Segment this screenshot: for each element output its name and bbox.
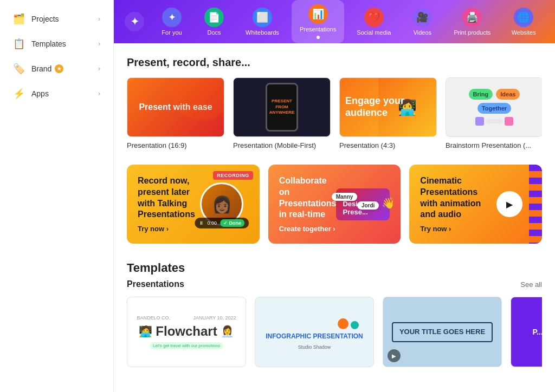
nav-item-websites[interactable]: 🌐 Websites xyxy=(503,3,544,40)
nav-item-foryou[interactable]: ✦ For you xyxy=(153,3,191,40)
projects-icon: 🗂️ xyxy=(13,13,25,25)
brand-icon: 🏷️ xyxy=(13,63,25,75)
template-thumbs-row: BANDELO CO. JANUARY 10, 2022 🧑‍💻 Flowcha… xyxy=(127,297,542,367)
sidebar-item-label: Apps xyxy=(31,89,49,98)
template-card-169[interactable]: Present with ease Presentation (16:9) xyxy=(127,77,224,149)
present-section-title: Present, record, share... xyxy=(127,56,542,69)
timer-display: 0:00 xyxy=(207,220,217,226)
promo-cinematic-link[interactable]: Try now › xyxy=(420,225,488,233)
nav-label-presentations: Presentations xyxy=(300,26,336,32)
bubble-ideas: Ideas xyxy=(496,89,520,100)
foryou-icon: ✦ xyxy=(162,8,182,27)
film-strip xyxy=(529,165,542,244)
template-thumb-your-title[interactable]: YOUR TITLE GOES HERE ▶ xyxy=(383,297,502,367)
presentations-icon: 📊 xyxy=(308,4,328,24)
top-navigation: ✦ ✦ For you 📄 Docs ⬜ Whiteboards 📊 Prese… xyxy=(114,0,555,43)
flowchart-person-icon: 🧑‍💻 xyxy=(139,325,152,338)
card-43-label: Presentation (4:3) xyxy=(339,141,437,149)
templates-section: Templates Presentations See all BANDELO … xyxy=(127,261,542,367)
promo-collaborate-text: Collaborate on Presentations in real-tim… xyxy=(279,175,337,233)
nav-label-docs: Docs xyxy=(207,29,221,36)
done-badge: ✓ Done xyxy=(220,219,244,227)
template-card-brainstorm[interactable]: Bring Ideas Together Brainstorm Presenta… xyxy=(446,77,542,149)
promo-talking-visual: 👩🏾 ⏸ 0:00 ✓ Done xyxy=(195,182,249,226)
card-mobile-label: Presentation (Mobile-First) xyxy=(233,141,331,149)
flowchart-label: Flowchart xyxy=(156,324,217,339)
sidebar: 🗂️ Projects › 📋 Templates › 🏷️ Brand ★ ›… xyxy=(0,0,114,392)
sidebar-item-apps[interactable]: ⚡ Apps › xyxy=(4,82,109,105)
nav-item-docs[interactable]: 📄 Docs xyxy=(195,3,233,40)
promo-talking-text: Record now, present later with Talking P… xyxy=(138,175,195,233)
canva-logo: ✦ xyxy=(125,12,144,31)
nav-item-videos[interactable]: 🎥 Videos xyxy=(403,3,441,40)
video-play-overlay[interactable]: ▶ xyxy=(388,349,401,362)
nav-label-whiteboards: Whiteboards xyxy=(246,29,279,36)
active-indicator xyxy=(317,36,320,39)
promo-collaborate-link[interactable]: Create together › xyxy=(279,225,337,233)
studio-shadow-label: Studio Shadow xyxy=(298,344,331,350)
promo-collaborate[interactable]: Collaborate on Presentations in real-tim… xyxy=(268,165,401,244)
websites-icon: 🌐 xyxy=(514,8,533,27)
nav-item-presentations[interactable]: 📊 Presentations xyxy=(292,0,344,43)
nav-label-foryou: For you xyxy=(162,29,182,36)
your-title-label: YOUR TITLE GOES HERE xyxy=(392,322,493,342)
sidebar-item-templates[interactable]: 📋 Templates › xyxy=(4,32,109,55)
sidebar-item-projects[interactable]: 🗂️ Projects › xyxy=(4,8,109,30)
nav-item-whiteboards[interactable]: ⬜ Whiteboards xyxy=(237,3,287,40)
infographic-label: INFOGRAPHIC PRESENTATION xyxy=(266,332,363,341)
nav-label-websites: Websites xyxy=(512,29,536,36)
svg-point-0 xyxy=(170,78,224,121)
pause-icon: ⏸ xyxy=(199,220,204,226)
chevron-icon: › xyxy=(98,40,100,48)
main-content: Present, record, share... Present with e… xyxy=(114,43,555,392)
recording-badge: RECORDING xyxy=(213,171,253,180)
whiteboards-icon: ⬜ xyxy=(253,8,272,27)
nav-label-videos: Videos xyxy=(414,29,431,36)
template-thumb-infographic[interactable]: INFOGRAPHIC PRESENTATION Studio Shadow xyxy=(255,297,374,367)
card-mobile-img: PRESENT FROM ANYWHERE xyxy=(233,77,331,137)
sidebar-item-label: Projects xyxy=(31,15,59,23)
print-icon: 🖨️ xyxy=(462,8,482,27)
see-all-link[interactable]: See all xyxy=(520,280,542,289)
play-button[interactable]: ▶ xyxy=(496,191,522,217)
sidebar-item-label: Brand xyxy=(31,64,51,73)
presentations-sub-title: Presentations xyxy=(127,279,184,289)
nav-item-print[interactable]: 🖨️ Print products xyxy=(446,3,499,40)
chevron-icon: › xyxy=(98,65,100,73)
promo-banners-row: RECORDING Record now, present later with… xyxy=(127,165,542,244)
chevron-icon: › xyxy=(98,15,100,23)
brand-badge: ★ xyxy=(55,64,63,73)
purple-slide-preview: P... xyxy=(532,297,542,367)
presentations-subsection-header: Presentations See all xyxy=(127,279,542,289)
template-card-mobile[interactable]: PRESENT FROM ANYWHERE Presentation (Mobi… xyxy=(233,77,331,149)
engage-text: Engage your audience xyxy=(345,95,431,119)
promo-cinematic-visual: ▶ xyxy=(488,191,531,217)
templates-section-title: Templates xyxy=(127,261,542,275)
promo-talking-link[interactable]: Try now › xyxy=(138,225,195,233)
jordi-name-badge: Jordi xyxy=(357,201,379,210)
flowchart-person2-icon: 👩‍💼 xyxy=(221,325,234,338)
main-area: ✦ ✦ For you 📄 Docs ⬜ Whiteboards 📊 Prese… xyxy=(114,0,555,392)
docs-icon: 📄 xyxy=(204,8,224,27)
card-present-ease-img: Present with ease xyxy=(127,77,224,137)
phone-mockup: PRESENT FROM ANYWHERE xyxy=(266,83,298,132)
promo-cinematic-text: Cinematic Presentations with animation a… xyxy=(420,175,488,233)
template-thumb-flowchart[interactable]: BANDELO CO. JANUARY 10, 2022 🧑‍💻 Flowcha… xyxy=(127,297,246,367)
social-icon: ❤️ xyxy=(364,8,384,27)
template-cards-row: Present with ease Presentation (16:9) PR… xyxy=(127,77,542,149)
hand-wave-icon: 👋 xyxy=(382,197,395,210)
present-anywhere-text: PRESENT FROM ANYWHERE xyxy=(269,99,295,115)
nav-label-social: Social media xyxy=(357,29,391,36)
apps-icon: ⚡ xyxy=(13,88,25,100)
templates-icon: 📋 xyxy=(13,38,25,50)
promo-cinematic[interactable]: Cinematic Presentations with animation a… xyxy=(409,165,542,244)
sidebar-item-brand[interactable]: 🏷️ Brand ★ › xyxy=(4,57,109,80)
card-engage-img: Engage your audience 👩‍💻 xyxy=(339,77,437,137)
videos-icon: 🎥 xyxy=(412,8,432,27)
template-card-43[interactable]: Engage your audience 👩‍💻 Presentation (4… xyxy=(339,77,437,149)
template-thumb-purple[interactable]: P... xyxy=(511,297,542,367)
nav-item-social[interactable]: ❤️ Social media xyxy=(349,3,399,40)
card-169-label: Presentation (16:9) xyxy=(127,141,224,149)
promo-talking[interactable]: RECORDING Record now, present later with… xyxy=(127,165,260,244)
card-brainstorm-label: Brainstorm Presentation (... xyxy=(446,141,542,149)
